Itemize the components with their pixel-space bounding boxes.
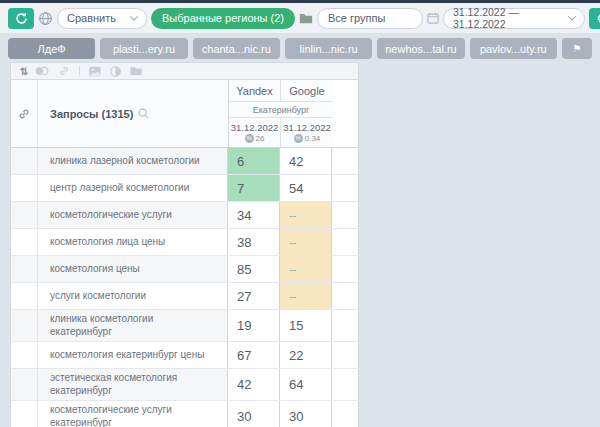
table-row[interactable]: клиника косметологии екатеринбург 19 15 bbox=[11, 310, 358, 342]
chevron-down-icon bbox=[568, 12, 576, 20]
refresh-icon bbox=[15, 12, 28, 25]
query-cell: косметология екатеринбург цены bbox=[38, 342, 228, 368]
table-row[interactable]: косметология лица цены 38 -- bbox=[11, 229, 358, 256]
row-icon-cell bbox=[11, 148, 38, 174]
date-column-yandex[interactable]: 31.12.2022 % 26 bbox=[229, 118, 281, 147]
folder-icon[interactable] bbox=[299, 12, 313, 24]
google-position-cell: -- bbox=[280, 202, 332, 228]
row-icon-cell bbox=[11, 256, 38, 282]
queries-count-label: Запросы (1315) bbox=[50, 108, 133, 120]
table-header: Запросы (1315) Yandex Google Екатеринбур… bbox=[11, 80, 358, 147]
query-cell: клиника лазерной косметологии bbox=[38, 148, 228, 174]
row-icon-cell bbox=[11, 283, 38, 309]
flag-icon: ⚑ bbox=[572, 43, 581, 54]
query-cell: косметология лица цены bbox=[38, 229, 228, 255]
compare-select-label: Сравнить bbox=[67, 12, 116, 24]
settings-button[interactable]: ⚙ bbox=[589, 8, 600, 29]
date-label: 31.12.2022 bbox=[231, 122, 279, 133]
sort-icon[interactable]: ⇅ bbox=[20, 66, 26, 77]
table-row[interactable]: косметология екатеринбург цены 67 22 bbox=[11, 342, 358, 369]
tab-linlin[interactable]: linlin...nic.ru bbox=[285, 38, 372, 59]
yandex-position-cell: 7 bbox=[228, 175, 280, 201]
date-column-google[interactable]: 31.12.2022 % 0.34 bbox=[281, 118, 333, 147]
groups-input-value: Все группы bbox=[328, 12, 385, 24]
tab-ldef[interactable]: ЛдеФ bbox=[8, 38, 95, 59]
google-position-cell: -- bbox=[280, 256, 332, 282]
table-toolbar: ⇅ bbox=[11, 63, 358, 80]
google-position-cell: 42 bbox=[280, 148, 332, 174]
row-icon-cell bbox=[11, 342, 38, 368]
query-cell: эстетическая косметология екатеринбург bbox=[38, 369, 228, 400]
google-position-cell: 64 bbox=[280, 369, 332, 400]
date-range-select[interactable]: 31.12.2022 — 31.12.2022 bbox=[443, 8, 585, 29]
engine-google-header[interactable]: Google bbox=[281, 80, 333, 101]
google-position-cell: -- bbox=[280, 283, 332, 309]
refresh-button[interactable] bbox=[8, 8, 34, 29]
row-icon-cell bbox=[11, 401, 38, 427]
toolbar-divider bbox=[79, 66, 80, 76]
engines-header: Yandex Google Екатеринбург 31.12.2022 % … bbox=[229, 80, 333, 147]
percent-icon: % bbox=[245, 134, 254, 143]
chain-column-header[interactable] bbox=[11, 80, 38, 147]
compare-select[interactable]: Сравнить bbox=[57, 8, 147, 29]
visibility-metric: % 0.34 bbox=[294, 134, 321, 143]
selected-regions-button[interactable]: Выбранные регионы (2) bbox=[151, 8, 295, 29]
query-cell: косметология цены bbox=[38, 256, 228, 282]
yandex-position-cell: 34 bbox=[228, 202, 280, 228]
yandex-position-cell: 6 bbox=[228, 148, 280, 174]
yandex-position-cell: 42 bbox=[228, 369, 280, 400]
image-icon[interactable] bbox=[89, 66, 101, 77]
circles-icon[interactable] bbox=[35, 66, 49, 76]
google-position-cell: 15 bbox=[280, 310, 332, 341]
tabs-more-button[interactable]: ⚑ bbox=[562, 38, 592, 59]
search-icon[interactable] bbox=[138, 108, 149, 119]
table-row[interactable]: косметологические услуги екатеринбург 30… bbox=[11, 401, 358, 427]
region-label: Екатеринбург bbox=[229, 102, 333, 118]
google-position-cell: 54 bbox=[280, 175, 332, 201]
folder-small-icon[interactable] bbox=[130, 66, 142, 76]
query-cell: косметологические услуги bbox=[38, 202, 228, 228]
row-icon-cell bbox=[11, 229, 38, 255]
tab-chanta[interactable]: chanta...nic.ru bbox=[193, 38, 280, 59]
globe-icon[interactable] bbox=[38, 11, 53, 26]
tab-plasti[interactable]: plasti...ery.ru bbox=[100, 38, 187, 59]
visibility-metric: % 26 bbox=[245, 134, 265, 143]
calendar-icon[interactable] bbox=[427, 12, 439, 24]
table-body: клиника лазерной косметологии 6 42 центр… bbox=[11, 147, 358, 427]
table-row[interactable]: эстетическая косметология екатеринбург 4… bbox=[11, 369, 358, 401]
row-icon-cell bbox=[11, 202, 38, 228]
gear-icon: ⚙ bbox=[596, 12, 600, 25]
yandex-position-cell: 27 bbox=[228, 283, 280, 309]
percent-icon: % bbox=[294, 134, 303, 143]
query-cell: услуги косметологии bbox=[38, 283, 228, 309]
positions-table: ⇅ bbox=[10, 62, 359, 427]
project-tabs: ЛдеФ plasti...ery.ru chanta...nic.ru lin… bbox=[0, 33, 600, 63]
google-position-cell: -- bbox=[280, 229, 332, 255]
google-position-cell: 22 bbox=[280, 342, 332, 368]
groups-input[interactable]: Все группы bbox=[317, 8, 423, 29]
date-range-value: 31.12.2022 — 31.12.2022 bbox=[453, 6, 569, 30]
row-icon-cell bbox=[11, 369, 38, 400]
yandex-position-cell: 85 bbox=[228, 256, 280, 282]
row-icon-cell bbox=[11, 175, 38, 201]
table-row[interactable]: центр лазерной косметологии 7 54 bbox=[11, 175, 358, 202]
yandex-position-cell: 30 bbox=[228, 401, 280, 427]
tab-pavlov[interactable]: pavlov...uty.ru bbox=[470, 38, 557, 59]
link-icon[interactable] bbox=[58, 65, 70, 77]
table-row[interactable]: косметологические услуги 34 -- bbox=[11, 202, 358, 229]
main-toolbar: Сравнить Выбранные регионы (2) Все групп… bbox=[0, 3, 600, 33]
chain-link-icon bbox=[17, 107, 31, 121]
tab-newhos[interactable]: newhos...tal.ru bbox=[377, 38, 464, 59]
table-row[interactable]: косметология цены 85 -- bbox=[11, 256, 358, 283]
row-icon-cell bbox=[11, 310, 38, 341]
query-cell: центр лазерной косметологии bbox=[38, 175, 228, 201]
table-row[interactable]: услуги косметологии 27 -- bbox=[11, 283, 358, 310]
date-label: 31.12.2022 bbox=[283, 122, 331, 133]
yandex-position-cell: 38 bbox=[228, 229, 280, 255]
queries-header-cell: Запросы (1315) bbox=[11, 80, 229, 147]
yandex-position-cell: 67 bbox=[228, 342, 280, 368]
contrast-icon[interactable] bbox=[110, 66, 121, 77]
query-cell: клиника косметологии екатеринбург bbox=[38, 310, 228, 341]
engine-yandex-header[interactable]: Yandex bbox=[229, 80, 281, 101]
table-row[interactable]: клиника лазерной косметологии 6 42 bbox=[11, 148, 358, 175]
